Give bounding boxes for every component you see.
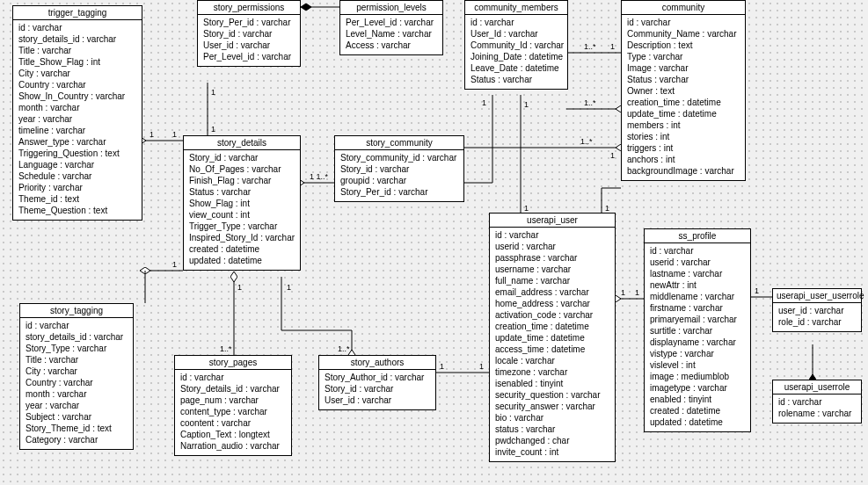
class-attribute: Status : varchar [189, 186, 295, 198]
class-attribute: Story_Per_id : varchar [340, 186, 458, 198]
class-attribute: Image : varchar [627, 62, 740, 74]
class-attribute: home_address : varchar [495, 298, 609, 309]
svg-text:1..*: 1..* [338, 344, 350, 353]
class-attribute: Status : varchar [470, 74, 562, 85]
class-community-members: community_members id : varcharUser_Id : … [464, 0, 568, 90]
class-attribute: Story_id : varchar [340, 163, 458, 175]
class-attribute: timezone : varchar [495, 366, 609, 378]
class-attribute: year : varchar [26, 400, 128, 411]
class-attribute: rolename : varchar [778, 408, 856, 419]
class-attribute: created : datetime [189, 243, 295, 255]
class-title: story_authors [319, 356, 435, 370]
class-body: Per_Level_id : varcharLevel_Name : varch… [340, 15, 442, 54]
class-userapi-userrole: userapi_userrole id : varcharrolename : … [772, 380, 862, 423]
class-attribute: No_Of_Pages : varchar [189, 163, 295, 175]
class-title: story_tagging [20, 304, 133, 318]
class-attribute: Language : varchar [18, 159, 136, 170]
class-attribute: update_time : datetime [495, 332, 609, 344]
class-attribute: imagetype : varchar [650, 382, 745, 394]
class-permission-levels: permission_levels Per_Level_id : varchar… [339, 0, 443, 55]
class-attribute: Story_id : varchar [189, 152, 295, 163]
class-attribute: story_details_id : varchar [18, 33, 136, 45]
class-attribute: image : mediumblob [650, 371, 745, 382]
class-attribute: Theme_id : text [18, 193, 136, 205]
class-attribute: firstname : varchar [650, 302, 745, 314]
class-attribute: anchors : int [627, 154, 740, 165]
class-attribute: id : varchar [650, 245, 745, 257]
class-attribute: bio : varchar [495, 412, 609, 423]
class-body: id : varcharrolename : varchar [773, 395, 861, 423]
class-userapi-user: userapi_user id : varcharuserid : varcha… [489, 213, 616, 462]
svg-text:1: 1 [172, 260, 177, 269]
class-attribute: security_answer : varchar [495, 401, 609, 412]
class-title: ss_profile [645, 229, 750, 243]
svg-text:1: 1 [211, 88, 215, 97]
class-body: id : varcharStory_details_id : varcharpa… [175, 370, 291, 455]
class-attribute: passphrase : varchar [495, 252, 609, 264]
class-body: id : varcharCommunity_Name : varcharDesc… [622, 15, 745, 180]
class-attribute: Priority : varchar [18, 182, 136, 193]
class-body: id : varcharuserid : varcharlastname : v… [645, 243, 750, 431]
class-attribute: coontent : varchar [180, 417, 286, 429]
class-attribute: backgroundImage : varchar [627, 165, 740, 177]
class-title: story_details [184, 136, 300, 150]
class-attribute: groupid : varchar [340, 175, 458, 186]
class-attribute: lastname : varchar [650, 268, 745, 279]
class-attribute: newAttr : int [650, 279, 745, 291]
svg-text:1: 1 [610, 151, 615, 160]
class-attribute: Country : varchar [26, 377, 128, 388]
svg-text:1: 1 [621, 288, 625, 297]
class-attribute: id : varchar [180, 372, 286, 383]
class-attribute: locale : varchar [495, 355, 609, 366]
class-attribute: vistype : varchar [650, 348, 745, 359]
class-body: Story_id : varcharNo_Of_Pages : varcharF… [184, 150, 300, 270]
class-attribute: vislevel : int [650, 359, 745, 371]
class-attribute: view_count : int [189, 209, 295, 221]
class-title: community_members [465, 1, 567, 15]
class-attribute: Show_Flag : int [189, 198, 295, 209]
class-attribute: User_Id : varchar [470, 28, 562, 40]
class-attribute: role_id : varchar [778, 316, 856, 328]
class-attribute: Leave_Date : datetime [470, 62, 562, 74]
svg-text:1: 1 [211, 125, 215, 134]
class-attribute: Theme_Question : text [18, 205, 136, 216]
class-attribute: Community_Id : varchar [470, 40, 562, 51]
class-attribute: Per_Level_id : varchar [203, 51, 295, 62]
class-attribute: creation_time : datetime [495, 321, 609, 332]
class-body: Story_Author_id : varcharStory_id : varc… [319, 370, 435, 409]
class-attribute: Story_Theme_id : text [26, 423, 128, 434]
svg-text:1: 1 [605, 204, 609, 213]
class-attribute: id : varchar [470, 17, 562, 28]
svg-text:1: 1 [755, 286, 759, 295]
class-attribute: updated : datetime [650, 416, 745, 428]
class-body: Story_Per_id : varcharStory_id : varchar… [198, 15, 300, 66]
svg-text:1..*: 1..* [584, 98, 596, 107]
class-attribute: id : varchar [26, 320, 128, 331]
class-attribute: update_time : datetime [627, 108, 740, 119]
svg-text:1: 1 [479, 362, 484, 371]
class-body: Story_community_id : varcharStory_id : v… [335, 150, 463, 201]
class-attribute: stories : int [627, 131, 740, 142]
svg-text:1..*: 1..* [584, 42, 596, 51]
class-attribute: updated : datetime [189, 255, 295, 266]
class-attribute: triggers : int [627, 142, 740, 154]
class-attribute: surtitle : varchar [650, 325, 745, 337]
class-attribute: Joining_Date : datetime [470, 51, 562, 62]
class-attribute: displayname : varchar [650, 337, 745, 348]
class-title: userapi_userrole [773, 380, 861, 395]
class-attribute: creation_time : datetime [627, 97, 740, 108]
class-attribute: Country : varchar [18, 79, 136, 90]
svg-text:1: 1 [440, 362, 444, 371]
svg-text:1: 1 [287, 283, 291, 292]
class-attribute: username : varchar [495, 264, 609, 275]
class-story-pages: story_pages id : varcharStory_details_id… [174, 355, 292, 456]
class-attribute: id : varchar [627, 17, 740, 28]
class-attribute: userid : varchar [650, 257, 745, 268]
class-body: id : varcharuserid : varcharpassphrase :… [490, 228, 615, 461]
class-attribute: Community_Name : varchar [627, 28, 740, 40]
class-attribute: Owner : text [627, 85, 740, 97]
class-attribute: access_time : datetime [495, 344, 609, 355]
class-attribute: story_details_id : varchar [26, 331, 128, 343]
class-attribute: User_id : varchar [203, 40, 295, 51]
class-title: userapi_user [490, 214, 615, 228]
